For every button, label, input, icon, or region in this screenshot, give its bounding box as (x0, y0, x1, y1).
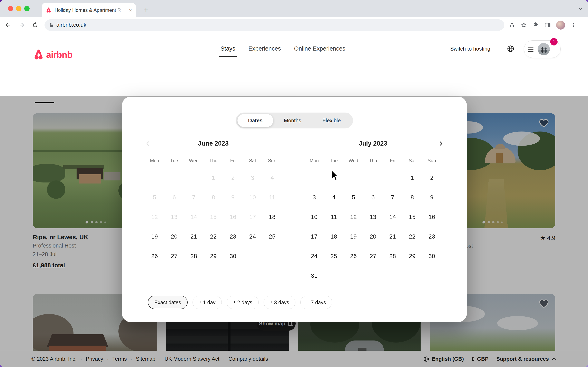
calendar-day[interactable]: 18 (324, 227, 344, 246)
calendar-day[interactable]: 24 (304, 246, 324, 266)
date-flexibility-option[interactable]: ± 7 days (300, 296, 332, 309)
side-panel-icon[interactable] (544, 22, 551, 28)
calendar-day[interactable] (402, 266, 422, 285)
calendar-day[interactable] (324, 266, 344, 285)
calendar-day[interactable]: 30 (223, 246, 243, 266)
date-flexibility-option[interactable]: ± 3 days (264, 296, 295, 309)
bookmark-star-icon[interactable] (521, 22, 527, 28)
calendar-day[interactable]: 23 (422, 227, 442, 246)
back-button[interactable] (3, 20, 13, 30)
calendar-day[interactable]: 16 (223, 207, 243, 227)
calendar-day[interactable] (304, 168, 324, 188)
calendar-day[interactable]: 25 (324, 246, 344, 266)
browser-menu-kebab-icon[interactable] (571, 22, 576, 28)
extensions-icon[interactable] (532, 22, 539, 28)
calendar-day[interactable]: 22 (204, 227, 223, 246)
switch-to-hosting-link[interactable]: Switch to hosting (450, 46, 490, 52)
calendar-day[interactable]: 26 (145, 246, 164, 266)
calendar-day[interactable]: 29 (204, 246, 223, 266)
calendar-day[interactable]: 18 (262, 207, 282, 227)
calendar-day[interactable]: 20 (164, 227, 184, 246)
calendar-day[interactable]: 5 (344, 188, 363, 207)
date-flexibility-option[interactable]: ± 1 day (192, 296, 222, 309)
calendar-day[interactable]: 5 (145, 188, 164, 207)
date-picker-tab[interactable]: Flexible (312, 114, 351, 127)
calendar-day[interactable]: 13 (363, 207, 383, 227)
tab-overflow-chevron-icon[interactable] (577, 6, 584, 12)
calendar-day[interactable]: 11 (324, 207, 344, 227)
forward-button[interactable] (16, 20, 27, 30)
calendar-day[interactable]: 17 (304, 227, 324, 246)
calendar-day[interactable]: 6 (363, 188, 383, 207)
date-flexibility-option[interactable]: Exact dates (148, 296, 188, 309)
minimize-window-button[interactable] (16, 6, 21, 11)
calendar-day[interactable]: 7 (184, 188, 204, 207)
calendar-day[interactable] (422, 266, 442, 285)
calendar-day[interactable]: 13 (164, 207, 184, 227)
calendar-day[interactable] (344, 168, 363, 188)
calendar-day[interactable]: 30 (422, 246, 442, 266)
calendar-day[interactable] (383, 266, 402, 285)
calendar-day[interactable]: 6 (164, 188, 184, 207)
calendar-day[interactable]: 2 (223, 168, 243, 188)
reload-button[interactable] (30, 20, 40, 30)
calendar-day[interactable]: 9 (422, 188, 442, 207)
calendar-day[interactable]: 14 (184, 207, 204, 227)
tab-close-icon[interactable]: × (129, 7, 132, 13)
calendar-day[interactable]: 23 (223, 227, 243, 246)
nav-tab[interactable]: Online Experiences (294, 45, 345, 57)
calendar-day[interactable]: 27 (363, 246, 383, 266)
calendar-day[interactable]: 21 (383, 227, 402, 246)
calendar-day[interactable]: 28 (184, 246, 204, 266)
calendar-day[interactable]: 11 (262, 188, 282, 207)
calendar-day[interactable]: 17 (243, 207, 262, 227)
calendar-day[interactable]: 31 (304, 266, 324, 285)
calendar-day[interactable]: 21 (184, 227, 204, 246)
browser-tab[interactable]: Holiday Homes & Apartment R × (42, 3, 136, 17)
calendar-day[interactable]: 8 (402, 188, 422, 207)
maximize-window-button[interactable] (24, 6, 30, 11)
calendar-day[interactable]: 10 (243, 188, 262, 207)
calendar-day[interactable]: 16 (422, 207, 442, 227)
date-picker-tab[interactable]: Months (273, 114, 312, 127)
new-tab-button[interactable]: + (140, 4, 151, 16)
calendar-day[interactable]: 3 (304, 188, 324, 207)
calendar-day[interactable] (363, 168, 383, 188)
calendar-day[interactable]: 12 (145, 207, 164, 227)
calendar-day[interactable] (164, 168, 184, 188)
calendar-day[interactable]: 28 (383, 246, 402, 266)
calendar-day[interactable]: 4 (324, 188, 344, 207)
calendar-day[interactable]: 1 (204, 168, 223, 188)
date-flexibility-option[interactable]: ± 2 days (227, 296, 259, 309)
calendar-day[interactable]: 27 (164, 246, 184, 266)
calendar-day[interactable] (184, 168, 204, 188)
calendar-day[interactable]: 26 (344, 246, 363, 266)
calendar-day[interactable]: 14 (383, 207, 402, 227)
close-window-button[interactable] (8, 6, 13, 11)
calendar-day[interactable] (344, 266, 363, 285)
calendar-day[interactable]: 2 (422, 168, 442, 188)
calendar-day[interactable]: 10 (304, 207, 324, 227)
calendar-day[interactable]: 29 (402, 246, 422, 266)
nav-tab[interactable]: Experiences (249, 45, 281, 57)
calendar-day[interactable]: 15 (402, 207, 422, 227)
calendar-day[interactable]: 19 (344, 227, 363, 246)
calendar-day[interactable] (383, 168, 402, 188)
calendar-day[interactable]: 22 (402, 227, 422, 246)
date-picker-tab[interactable]: Dates (237, 114, 273, 127)
globe-icon[interactable] (507, 45, 515, 53)
calendar-day[interactable]: 20 (363, 227, 383, 246)
address-bar[interactable]: airbnb.co.uk (44, 19, 504, 31)
calendar-day[interactable] (243, 246, 262, 266)
calendar-day[interactable]: 3 (243, 168, 262, 188)
calendar-day[interactable] (262, 246, 282, 266)
calendar-day[interactable]: 15 (204, 207, 223, 227)
nav-tab[interactable]: Stays (221, 45, 235, 57)
airbnb-logo[interactable]: airbnb (33, 49, 72, 61)
calendar-day[interactable]: 24 (243, 227, 262, 246)
calendar-day[interactable]: 9 (223, 188, 243, 207)
browser-profile-avatar[interactable] (556, 21, 565, 30)
share-icon[interactable] (509, 22, 515, 28)
calendar-day[interactable] (363, 266, 383, 285)
calendar-day[interactable]: 19 (145, 227, 164, 246)
